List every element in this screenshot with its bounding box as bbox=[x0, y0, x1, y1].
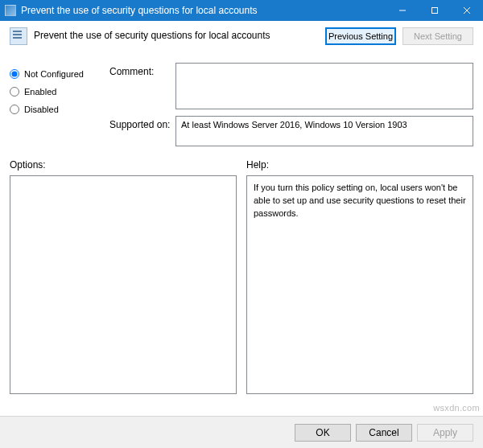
previous-setting-button[interactable]: Previous Setting bbox=[325, 27, 396, 45]
window-title: Prevent the use of security questions fo… bbox=[21, 5, 386, 16]
title-bar: Prevent the use of security questions fo… bbox=[0, 0, 483, 21]
cancel-button[interactable]: Cancel bbox=[356, 424, 412, 442]
radio-disabled[interactable]: Disabled bbox=[10, 105, 106, 114]
policy-title: Prevent the use of security questions fo… bbox=[34, 27, 319, 41]
maximize-button[interactable] bbox=[419, 0, 451, 21]
minimize-button[interactable] bbox=[386, 0, 419, 21]
dialog-footer: OK Cancel Apply bbox=[0, 416, 483, 448]
radio-enabled-input[interactable] bbox=[10, 87, 19, 97]
state-radio-group: Not Configured Enabled Disabled bbox=[10, 63, 106, 146]
ok-button[interactable]: OK bbox=[295, 424, 351, 442]
help-column: Help: If you turn this policy setting on… bbox=[246, 159, 473, 394]
app-icon bbox=[5, 5, 16, 16]
radio-not-configured-label: Not Configured bbox=[24, 69, 84, 79]
radio-disabled-label: Disabled bbox=[24, 105, 59, 114]
close-button[interactable] bbox=[451, 0, 483, 21]
help-box: If you turn this policy setting on, loca… bbox=[246, 175, 473, 394]
comment-textarea[interactable] bbox=[175, 63, 473, 109]
header-row: Prevent the use of security questions fo… bbox=[10, 27, 473, 58]
radio-enabled[interactable]: Enabled bbox=[10, 87, 106, 97]
help-label: Help: bbox=[246, 159, 473, 171]
radio-not-configured-input[interactable] bbox=[10, 69, 19, 79]
client-area: Prevent the use of security questions fo… bbox=[0, 21, 483, 394]
supported-label: Supported on: bbox=[109, 116, 172, 146]
radio-not-configured[interactable]: Not Configured bbox=[10, 69, 106, 79]
radio-enabled-label: Enabled bbox=[24, 87, 56, 97]
policy-icon bbox=[10, 27, 27, 45]
supported-on-text: At least Windows Server 2016, Windows 10… bbox=[181, 120, 407, 129]
supported-on-box: At least Windows Server 2016, Windows 10… bbox=[175, 116, 473, 146]
comment-label: Comment: bbox=[109, 63, 172, 109]
window-controls bbox=[386, 0, 483, 21]
lower-sections: Options: Help: If you turn this policy s… bbox=[10, 159, 473, 394]
next-setting-button: Next Setting bbox=[402, 27, 473, 45]
radio-disabled-input[interactable] bbox=[10, 105, 19, 114]
apply-button: Apply bbox=[417, 424, 473, 442]
watermark-text: wsxdn.com bbox=[433, 403, 480, 413]
options-column: Options: bbox=[10, 159, 237, 394]
svg-rect-1 bbox=[432, 8, 438, 14]
options-box bbox=[10, 175, 237, 394]
config-grid: Not Configured Enabled Disabled Comment:… bbox=[10, 63, 473, 146]
options-label: Options: bbox=[10, 159, 237, 171]
help-text: If you turn this policy setting on, loca… bbox=[254, 183, 466, 218]
